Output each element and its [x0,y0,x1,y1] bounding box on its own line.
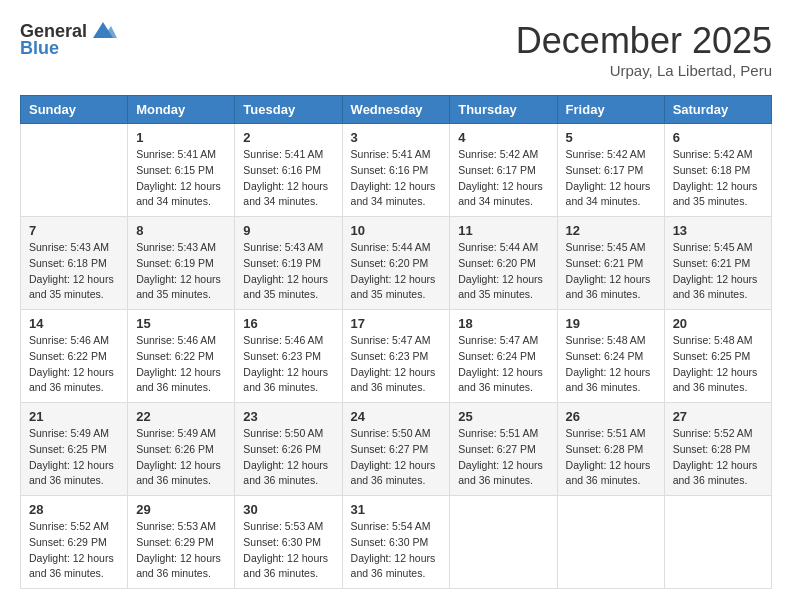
day-number: 11 [458,223,548,238]
day-info: Sunrise: 5:41 AMSunset: 6:16 PMDaylight:… [243,147,333,210]
calendar-header-row: SundayMondayTuesdayWednesdayThursdayFrid… [21,96,772,124]
calendar-cell [21,124,128,217]
calendar-cell: 27 Sunrise: 5:52 AMSunset: 6:28 PMDaylig… [664,403,771,496]
day-number: 7 [29,223,119,238]
calendar-cell: 10 Sunrise: 5:44 AMSunset: 6:20 PMDaylig… [342,217,450,310]
day-number: 24 [351,409,442,424]
calendar-week-row: 21 Sunrise: 5:49 AMSunset: 6:25 PMDaylig… [21,403,772,496]
calendar-cell: 23 Sunrise: 5:50 AMSunset: 6:26 PMDaylig… [235,403,342,496]
day-number: 3 [351,130,442,145]
calendar-cell: 6 Sunrise: 5:42 AMSunset: 6:18 PMDayligh… [664,124,771,217]
page-header: General Blue December 2025 Urpay, La Lib… [20,20,772,79]
day-info: Sunrise: 5:50 AMSunset: 6:26 PMDaylight:… [243,426,333,489]
day-info: Sunrise: 5:53 AMSunset: 6:30 PMDaylight:… [243,519,333,582]
month-title: December 2025 [516,20,772,62]
calendar-cell: 30 Sunrise: 5:53 AMSunset: 6:30 PMDaylig… [235,496,342,589]
calendar-cell: 20 Sunrise: 5:48 AMSunset: 6:25 PMDaylig… [664,310,771,403]
calendar-cell: 17 Sunrise: 5:47 AMSunset: 6:23 PMDaylig… [342,310,450,403]
calendar-cell: 4 Sunrise: 5:42 AMSunset: 6:17 PMDayligh… [450,124,557,217]
calendar-cell: 2 Sunrise: 5:41 AMSunset: 6:16 PMDayligh… [235,124,342,217]
calendar-cell: 26 Sunrise: 5:51 AMSunset: 6:28 PMDaylig… [557,403,664,496]
day-number: 19 [566,316,656,331]
day-info: Sunrise: 5:42 AMSunset: 6:17 PMDaylight:… [458,147,548,210]
day-number: 10 [351,223,442,238]
day-info: Sunrise: 5:41 AMSunset: 6:15 PMDaylight:… [136,147,226,210]
day-info: Sunrise: 5:43 AMSunset: 6:18 PMDaylight:… [29,240,119,303]
logo: General Blue [20,20,119,59]
day-info: Sunrise: 5:46 AMSunset: 6:22 PMDaylight:… [136,333,226,396]
calendar-cell [450,496,557,589]
day-number: 27 [673,409,763,424]
day-number: 2 [243,130,333,145]
day-number: 5 [566,130,656,145]
day-info: Sunrise: 5:43 AMSunset: 6:19 PMDaylight:… [136,240,226,303]
calendar-cell: 31 Sunrise: 5:54 AMSunset: 6:30 PMDaylig… [342,496,450,589]
calendar-cell: 5 Sunrise: 5:42 AMSunset: 6:17 PMDayligh… [557,124,664,217]
calendar-cell: 16 Sunrise: 5:46 AMSunset: 6:23 PMDaylig… [235,310,342,403]
calendar-cell: 13 Sunrise: 5:45 AMSunset: 6:21 PMDaylig… [664,217,771,310]
logo-icon [89,20,117,42]
day-number: 30 [243,502,333,517]
day-number: 20 [673,316,763,331]
day-number: 1 [136,130,226,145]
calendar-cell: 9 Sunrise: 5:43 AMSunset: 6:19 PMDayligh… [235,217,342,310]
day-info: Sunrise: 5:42 AMSunset: 6:18 PMDaylight:… [673,147,763,210]
day-number: 4 [458,130,548,145]
day-info: Sunrise: 5:44 AMSunset: 6:20 PMDaylight:… [458,240,548,303]
title-block: December 2025 Urpay, La Libertad, Peru [516,20,772,79]
day-number: 18 [458,316,548,331]
location-title: Urpay, La Libertad, Peru [516,62,772,79]
day-info: Sunrise: 5:43 AMSunset: 6:19 PMDaylight:… [243,240,333,303]
day-number: 31 [351,502,442,517]
weekday-header-sunday: Sunday [21,96,128,124]
day-info: Sunrise: 5:52 AMSunset: 6:28 PMDaylight:… [673,426,763,489]
calendar-cell: 19 Sunrise: 5:48 AMSunset: 6:24 PMDaylig… [557,310,664,403]
logo-blue-text: Blue [20,38,59,59]
day-number: 25 [458,409,548,424]
day-info: Sunrise: 5:41 AMSunset: 6:16 PMDaylight:… [351,147,442,210]
calendar-cell: 14 Sunrise: 5:46 AMSunset: 6:22 PMDaylig… [21,310,128,403]
day-number: 26 [566,409,656,424]
calendar-cell: 15 Sunrise: 5:46 AMSunset: 6:22 PMDaylig… [128,310,235,403]
day-info: Sunrise: 5:51 AMSunset: 6:28 PMDaylight:… [566,426,656,489]
day-info: Sunrise: 5:45 AMSunset: 6:21 PMDaylight:… [673,240,763,303]
day-number: 21 [29,409,119,424]
weekday-header-wednesday: Wednesday [342,96,450,124]
day-info: Sunrise: 5:54 AMSunset: 6:30 PMDaylight:… [351,519,442,582]
day-info: Sunrise: 5:47 AMSunset: 6:23 PMDaylight:… [351,333,442,396]
day-number: 13 [673,223,763,238]
calendar-cell: 21 Sunrise: 5:49 AMSunset: 6:25 PMDaylig… [21,403,128,496]
calendar-cell: 24 Sunrise: 5:50 AMSunset: 6:27 PMDaylig… [342,403,450,496]
calendar-week-row: 28 Sunrise: 5:52 AMSunset: 6:29 PMDaylig… [21,496,772,589]
calendar-week-row: 14 Sunrise: 5:46 AMSunset: 6:22 PMDaylig… [21,310,772,403]
weekday-header-monday: Monday [128,96,235,124]
day-info: Sunrise: 5:51 AMSunset: 6:27 PMDaylight:… [458,426,548,489]
day-number: 16 [243,316,333,331]
calendar-cell [557,496,664,589]
day-info: Sunrise: 5:53 AMSunset: 6:29 PMDaylight:… [136,519,226,582]
weekday-header-tuesday: Tuesday [235,96,342,124]
day-info: Sunrise: 5:45 AMSunset: 6:21 PMDaylight:… [566,240,656,303]
day-info: Sunrise: 5:49 AMSunset: 6:26 PMDaylight:… [136,426,226,489]
calendar-cell: 12 Sunrise: 5:45 AMSunset: 6:21 PMDaylig… [557,217,664,310]
day-number: 14 [29,316,119,331]
calendar-week-row: 1 Sunrise: 5:41 AMSunset: 6:15 PMDayligh… [21,124,772,217]
day-info: Sunrise: 5:48 AMSunset: 6:24 PMDaylight:… [566,333,656,396]
calendar-cell: 8 Sunrise: 5:43 AMSunset: 6:19 PMDayligh… [128,217,235,310]
day-number: 28 [29,502,119,517]
day-number: 17 [351,316,442,331]
day-info: Sunrise: 5:42 AMSunset: 6:17 PMDaylight:… [566,147,656,210]
calendar-cell: 1 Sunrise: 5:41 AMSunset: 6:15 PMDayligh… [128,124,235,217]
day-info: Sunrise: 5:46 AMSunset: 6:22 PMDaylight:… [29,333,119,396]
calendar-cell: 7 Sunrise: 5:43 AMSunset: 6:18 PMDayligh… [21,217,128,310]
day-info: Sunrise: 5:52 AMSunset: 6:29 PMDaylight:… [29,519,119,582]
day-info: Sunrise: 5:50 AMSunset: 6:27 PMDaylight:… [351,426,442,489]
calendar-cell: 22 Sunrise: 5:49 AMSunset: 6:26 PMDaylig… [128,403,235,496]
calendar-cell: 25 Sunrise: 5:51 AMSunset: 6:27 PMDaylig… [450,403,557,496]
calendar-cell: 29 Sunrise: 5:53 AMSunset: 6:29 PMDaylig… [128,496,235,589]
day-number: 22 [136,409,226,424]
day-info: Sunrise: 5:48 AMSunset: 6:25 PMDaylight:… [673,333,763,396]
day-number: 8 [136,223,226,238]
day-number: 23 [243,409,333,424]
calendar-cell [664,496,771,589]
